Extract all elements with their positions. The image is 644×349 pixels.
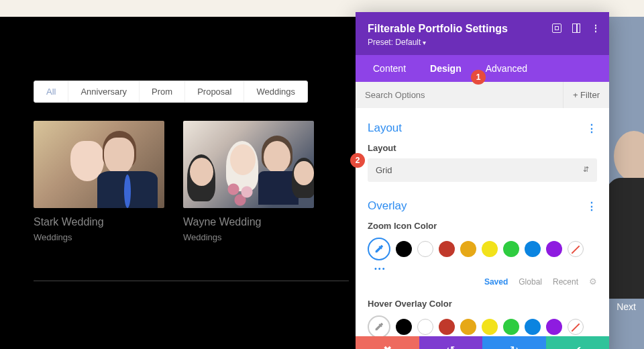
portfolio-card-category: Weddings <box>183 232 314 242</box>
eyedropper-icon <box>374 321 384 332</box>
swatch-orange[interactable] <box>460 319 476 335</box>
tab-design[interactable]: Design <box>418 55 474 82</box>
portfolio-card[interactable]: Wayne Wedding Weddings <box>183 121 314 242</box>
hover-overlay-color-label: Hover Overlay Color <box>368 299 597 309</box>
swatch-red[interactable] <box>439 319 455 335</box>
filter-tab-all[interactable]: All <box>34 81 68 102</box>
portfolio-card-title: Stark Wedding <box>34 216 164 228</box>
portfolio-filter-bar: All Anniversary Prom Proposal Weddings <box>34 81 308 103</box>
zoom-color-swatches <box>368 238 597 260</box>
gear-icon[interactable]: ⚙ <box>589 277 597 287</box>
undo-button[interactable]: ↺ <box>419 336 483 349</box>
portfolio-thumbnail <box>34 121 164 208</box>
save-button[interactable]: ✔ <box>546 336 610 349</box>
color-picker-button[interactable] <box>368 238 390 260</box>
settings-panel: Filterable Portfolio Settings Preset: De… <box>356 12 609 349</box>
swatch-preset-tabs: Saved Global Recent ⚙ <box>368 277 597 287</box>
swatch-none[interactable] <box>568 319 584 335</box>
zoom-icon-color-label: Zoom Icon Color <box>368 221 597 231</box>
swatch-yellow[interactable] <box>482 241 498 257</box>
swatch-purple[interactable] <box>546 319 562 335</box>
swatch-red[interactable] <box>439 241 455 257</box>
swatch-black[interactable] <box>396 241 412 257</box>
swatch-white[interactable] <box>417 319 433 335</box>
portfolio-card-title: Wayne Wedding <box>183 216 314 228</box>
hover-color-swatches <box>368 315 597 336</box>
more-menu-icon[interactable]: ⋮ <box>591 23 600 34</box>
portfolio-card[interactable]: Stark Wedding Weddings <box>34 121 164 242</box>
portfolio-card-category: Weddings <box>34 232 164 242</box>
swatch-yellow[interactable] <box>482 319 498 335</box>
swatch-none[interactable] <box>568 241 584 257</box>
search-input[interactable] <box>356 82 563 108</box>
section-overlay-header[interactable]: Overlay ⋮ <box>368 199 597 213</box>
tab-content[interactable]: Content <box>361 55 418 82</box>
annotation-badge-2: 2 <box>350 153 365 168</box>
panel-footer: ✖ ↺ ↻ ✔ <box>356 336 609 349</box>
annotation-badge-1: 1 <box>471 70 486 85</box>
filter-tab-anniversary[interactable]: Anniversary <box>68 81 140 102</box>
columns-icon[interactable] <box>572 23 580 33</box>
expand-icon[interactable] <box>552 23 561 33</box>
layout-select[interactable]: Grid <box>368 158 597 182</box>
cancel-button[interactable]: ✖ <box>356 336 419 349</box>
swatch-green[interactable] <box>503 319 519 335</box>
filter-tab-proposal[interactable]: Proposal <box>185 81 244 102</box>
filter-tab-weddings[interactable]: Weddings <box>244 81 307 102</box>
filter-tab-prom[interactable]: Prom <box>140 81 185 102</box>
swatch-green[interactable] <box>503 241 519 257</box>
swatch-black[interactable] <box>396 319 412 335</box>
redo-icon: ↻ <box>510 344 519 350</box>
panel-body: Layout ⋮ Layout Grid Overlay ⋮ Zoom Icon… <box>356 108 609 336</box>
swatch-tab-recent[interactable]: Recent <box>553 277 578 287</box>
color-picker-button[interactable] <box>368 315 390 336</box>
layout-field-label: Layout <box>368 143 597 153</box>
swatch-tab-saved[interactable]: Saved <box>484 277 508 287</box>
section-menu-icon[interactable]: ⋮ <box>586 122 597 135</box>
next-link[interactable]: Next <box>616 301 636 312</box>
swatch-orange[interactable] <box>460 241 476 257</box>
preset-dropdown[interactable]: Preset: Default <box>368 38 597 47</box>
section-overlay-title: Overlay <box>368 199 407 213</box>
check-icon: ✔ <box>573 344 582 350</box>
undo-icon: ↺ <box>446 344 455 350</box>
portfolio-thumbnail <box>183 121 314 208</box>
swatch-more-icon[interactable]: ••• <box>374 264 597 272</box>
section-layout-title: Layout <box>368 121 402 135</box>
panel-header: Filterable Portfolio Settings Preset: De… <box>356 12 609 55</box>
swatch-tab-global[interactable]: Global <box>519 277 542 287</box>
background-image-right <box>607 17 644 349</box>
search-row: + Filter <box>356 82 609 108</box>
swatch-blue[interactable] <box>525 319 541 335</box>
swatch-white[interactable] <box>417 241 433 257</box>
swatch-blue[interactable] <box>525 241 541 257</box>
eyedropper-icon <box>374 244 384 254</box>
divider <box>34 281 349 281</box>
filter-button[interactable]: + Filter <box>563 82 609 108</box>
swatch-purple[interactable] <box>546 241 562 257</box>
close-icon: ✖ <box>383 344 392 350</box>
redo-button[interactable]: ↻ <box>482 336 546 349</box>
portfolio-grid: Stark Wedding Weddings Wayne Wedding Wed… <box>34 121 314 242</box>
section-layout-header[interactable]: Layout ⋮ <box>368 121 597 135</box>
section-menu-icon[interactable]: ⋮ <box>586 200 597 213</box>
